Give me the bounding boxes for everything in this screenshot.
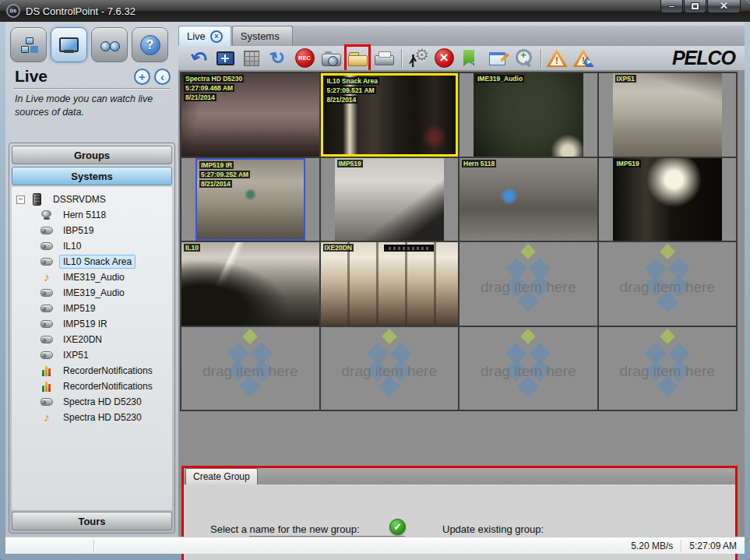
close-button[interactable]: ✕ [707,0,741,13]
record-button[interactable]: REC [294,47,315,70]
tree-item-recordernotifications[interactable]: RecorderNotifications [13,379,171,394]
maximize-button[interactable] [684,0,706,13]
systems-tree: DSSRVDMSHern 5118IBP519IL10IL10 Snack Ar… [12,187,172,510]
diamond-watermark [660,244,675,259]
empty-cell[interactable]: drag item here [181,327,319,410]
video-cell-hern-5118[interactable]: Hern 5118 [460,158,597,241]
video-cell-il10-snack-area[interactable]: IL10 Snack Area5:27:09.521 AM8/21/2014 [321,73,459,157]
tree-item-label: IMP519 [59,301,99,315]
close-all-button[interactable] [433,47,455,70]
video-cell-ixp51[interactable]: IXP51 [599,73,737,157]
tree-item-ixe20dn[interactable]: IXE20DN [13,332,171,347]
tree-item-label: IL10 [59,239,85,253]
tree-item-imp519[interactable]: IMP519 [13,301,171,316]
video-osd: Spectra HD D52305:27:09.468 AM8/21/2014 [184,75,244,101]
tree-item-label: Spectra HD D5230 [59,395,146,409]
tours-button[interactable]: Tours [12,512,172,530]
tree-item-spectra-hd-d5230[interactable]: Spectra HD D5230 [13,394,171,410]
video-osd: Hern 5118 [462,160,496,167]
motion-setup-button[interactable] [407,47,428,70]
divider [13,88,171,89]
camera-icon [40,351,53,359]
video-cell-imp519[interactable]: IMP519 [321,158,459,241]
tree-item-ime319-audio[interactable]: IME319_Audio [13,285,171,301]
tree-item-dssrvdms[interactable]: DSSRVDMS [13,192,171,207]
video-cell-spectra-hd-d5230[interactable]: Spectra HD D52305:27:09.468 AM8/21/2014 [181,73,319,157]
video-osd: IMP519 IR5:27:09.252 AM8/21/2014 [199,161,250,188]
camera-icon [40,320,53,328]
camera-name-overlay: IL10 [184,244,200,252]
fullscreen-button[interactable] [214,47,236,70]
tab-strip: LiveSystems [178,26,745,46]
tree-item-ixp51[interactable]: IXP51 [13,347,171,363]
export-button[interactable] [347,47,368,70]
video-feed: IXP51 [613,73,723,157]
snapshot-button[interactable] [320,47,342,70]
select-name-label: Select a name for the new group: [210,523,360,535]
camera-icon-wrap [40,258,54,266]
tree-item-spectra-hd-d5230[interactable]: Spectra HD D5230 [13,410,171,425]
video-cell-imp519-ir[interactable]: IMP519 IR5:27:09.252 AM8/21/2014 [181,158,319,241]
empty-cell[interactable]: drag item here [321,327,459,410]
video-feed: IMP519 [613,158,723,241]
create-group-tab[interactable]: Create Group [185,468,258,484]
zoom-plus-button[interactable] [512,47,534,70]
undo-arrow-button[interactable] [188,47,210,70]
app-window: DS DS ControlPoint - 7.6.32 ✕ ? Live In … [0,0,750,560]
empty-cell[interactable]: drag item here [599,327,737,410]
diamond-watermark [520,244,536,259]
network-icon [20,37,37,53]
video-osd: IL10 [184,244,200,252]
close-all-icon [435,48,454,68]
empty-cell[interactable]: drag item here [460,242,597,326]
add-tab-button[interactable] [134,69,150,85]
minimize-button[interactable] [660,0,683,13]
tree-item-ime319-audio[interactable]: IME319_Audio [13,269,171,285]
tab-live[interactable]: Live [178,26,231,46]
collapse-expander-icon[interactable] [16,195,25,204]
help-nav-button[interactable]: ? [132,27,168,62]
live-view-nav-button[interactable] [51,27,87,62]
event-play-button[interactable]: ! [572,47,594,70]
video-cell-ixe20dn[interactable]: IXE20DN [321,242,459,326]
edit-notes-button[interactable] [486,47,508,70]
tree-item-recordernotifications[interactable]: RecorderNotifications [13,363,171,379]
monitor-icon [59,37,79,53]
video-feed: IL10 Snack Area5:27:09.521 AM8/21/2014 [321,73,459,157]
bookmark-button[interactable] [460,47,481,70]
tree-item-il10[interactable]: IL10 [13,238,171,254]
alarm-button[interactable]: ! [546,47,568,70]
tree-item-ibp519[interactable]: IBP519 [13,223,171,238]
title-bar: DS DS ControlPoint - 7.6.32 ✕ [0,0,750,22]
close-tab-icon[interactable] [210,30,223,43]
systems-button[interactable]: Systems [12,167,172,185]
tree-item-imp519-ir[interactable]: IMP519 IR [13,316,171,332]
tab-systems[interactable]: Systems [232,26,293,46]
collapse-sidebar-button[interactable] [154,69,171,85]
network-nav-button[interactable] [10,27,47,62]
sequence-button[interactable] [267,47,289,70]
drag-item-placeholder: drag item here [460,363,597,380]
video-cell-ime319-audio[interactable]: IME319_Audio [460,73,597,157]
ptz-camera-icon-wrap [40,210,54,220]
video-cell-il10[interactable]: IL10 [181,242,319,326]
layout-grid-button[interactable] [241,47,262,70]
tree-item-il10-snack-area[interactable]: IL10 Snack Area [13,254,171,269]
tree-item-hern-5118[interactable]: Hern 5118 [13,207,171,223]
print-button[interactable] [373,47,395,70]
mode-description: In Live mode you can watch live sources … [5,93,178,119]
groups-button[interactable]: Groups [12,146,172,164]
tab-label: Systems [241,30,280,42]
empty-cell[interactable]: drag item here [460,327,597,410]
fullscreen-icon [217,51,234,65]
video-cell-imp519[interactable]: IMP519 [599,158,737,241]
edit-notes-icon [489,52,505,65]
drag-item-placeholder: drag item here [599,363,737,380]
camera-name-overlay: IXP51 [615,75,636,83]
video-feed: Hern 5118 [460,158,597,241]
camera-icon [40,289,53,297]
camera-name-overlay: IMP519 [615,160,641,167]
search-nav-button[interactable] [91,27,128,62]
camera-name-overlay: IME319_Audio [476,75,524,83]
empty-cell[interactable]: drag item here [599,242,737,326]
